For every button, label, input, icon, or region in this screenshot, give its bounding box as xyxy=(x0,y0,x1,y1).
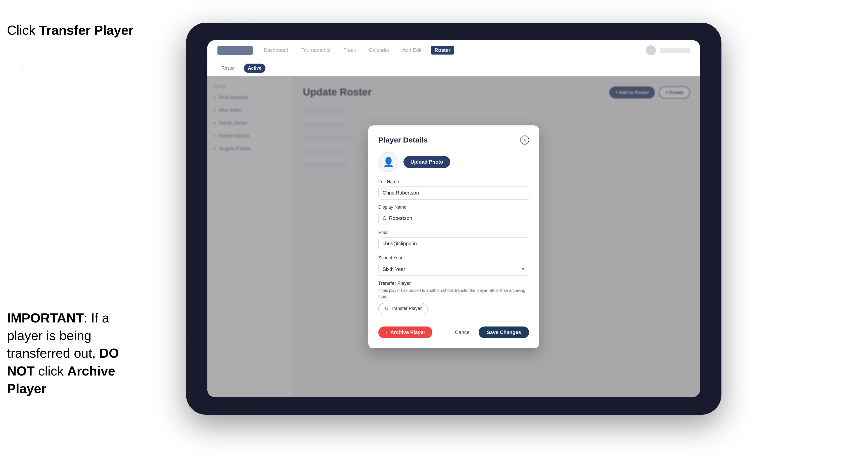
modal-title: Player Details xyxy=(378,136,428,144)
nav-item-calendar[interactable]: Calendar xyxy=(366,46,393,55)
display-name-group: Display Name xyxy=(378,205,529,225)
nav-item-roster[interactable]: Roster xyxy=(431,46,454,55)
display-name-label: Display Name xyxy=(378,205,529,210)
instruction-top: Click Transfer Player xyxy=(7,23,133,38)
full-name-input[interactable] xyxy=(378,187,529,199)
nav-user-name xyxy=(660,48,690,53)
transfer-section-description: If this player has moved to another scho… xyxy=(378,287,529,300)
instruction-rest2: click xyxy=(35,364,67,378)
modal-overlay: Player Details × 👤 Upload Photo Full Nam… xyxy=(207,76,700,397)
transfer-player-button[interactable]: ↻ Transfer Player xyxy=(378,303,428,314)
transfer-player-section: Transfer Player If this player has moved… xyxy=(378,281,529,314)
nav-items: Dashboard Tournaments Track Calendar Add… xyxy=(260,46,638,55)
nav-item-tournaments[interactable]: Tournaments xyxy=(298,46,334,55)
nav-item-track[interactable]: Track xyxy=(340,46,359,55)
upload-photo-button[interactable]: Upload Photo xyxy=(403,156,450,168)
school-year-select-wrapper: First Year Second Year Third Year Fourth… xyxy=(378,263,529,276)
archive-player-button[interactable]: ↓ Archive Player xyxy=(378,326,432,338)
archive-btn-label: Archive Player xyxy=(391,330,425,335)
save-changes-button[interactable]: Save Changes xyxy=(478,326,529,338)
player-details-modal: Player Details × 👤 Upload Photo Full Nam… xyxy=(368,125,539,348)
person-icon: 👤 xyxy=(383,157,394,167)
transfer-section-title: Transfer Player xyxy=(378,281,529,286)
sub-nav-active[interactable]: Active xyxy=(244,64,266,73)
email-input[interactable] xyxy=(378,237,529,250)
nav-item-addedit[interactable]: Add Edit xyxy=(399,46,425,55)
modal-footer: ↓ Archive Player Cancel Save Changes xyxy=(378,321,529,338)
arrow-vertical-line xyxy=(23,68,23,339)
display-name-input[interactable] xyxy=(378,212,529,225)
nav-item-dashboard[interactable]: Dashboard xyxy=(260,46,292,55)
instruction-top-prefix: Click xyxy=(7,23,39,37)
modal-close-button[interactable]: × xyxy=(520,135,529,145)
sub-nav-roster[interactable]: Roster xyxy=(217,64,239,73)
full-name-label: Full Name xyxy=(378,179,529,185)
app-logo xyxy=(217,46,253,55)
user-avatar xyxy=(646,45,656,55)
instruction-bottom: IMPORTANT: If a player is being transfer… xyxy=(7,309,148,397)
avatar-circle: 👤 xyxy=(378,152,398,172)
transfer-icon: ↻ xyxy=(384,306,389,311)
school-year-group: School Year First Year Second Year Third… xyxy=(378,255,529,276)
nav-right xyxy=(646,45,690,55)
photo-upload-area: 👤 Upload Photo xyxy=(378,152,529,172)
cancel-button[interactable]: Cancel xyxy=(450,326,475,338)
full-name-group: Full Name xyxy=(378,179,529,199)
modal-header: Player Details × xyxy=(378,135,529,145)
tablet-screen: Dashboard Tournaments Track Calendar Add… xyxy=(207,40,700,397)
instruction-important: IMPORTANT xyxy=(7,311,84,325)
email-group: Email xyxy=(378,230,529,250)
tablet-device: Dashboard Tournaments Track Calendar Add… xyxy=(186,23,721,415)
archive-icon: ↓ xyxy=(385,330,388,335)
email-label: Email xyxy=(378,230,529,235)
app-navbar: Dashboard Tournaments Track Calendar Add… xyxy=(207,40,700,60)
sub-navbar: Roster Active xyxy=(207,60,700,76)
school-year-select[interactable]: First Year Second Year Third Year Fourth… xyxy=(378,263,529,276)
instruction-top-bold: Transfer Player xyxy=(39,23,133,37)
footer-right-actions: Cancel Save Changes xyxy=(450,326,529,338)
school-year-label: School Year xyxy=(378,255,529,261)
transfer-btn-label: Transfer Player xyxy=(391,306,422,311)
content-area: Team First Member Alex Miller Sarah Jone… xyxy=(207,76,700,397)
